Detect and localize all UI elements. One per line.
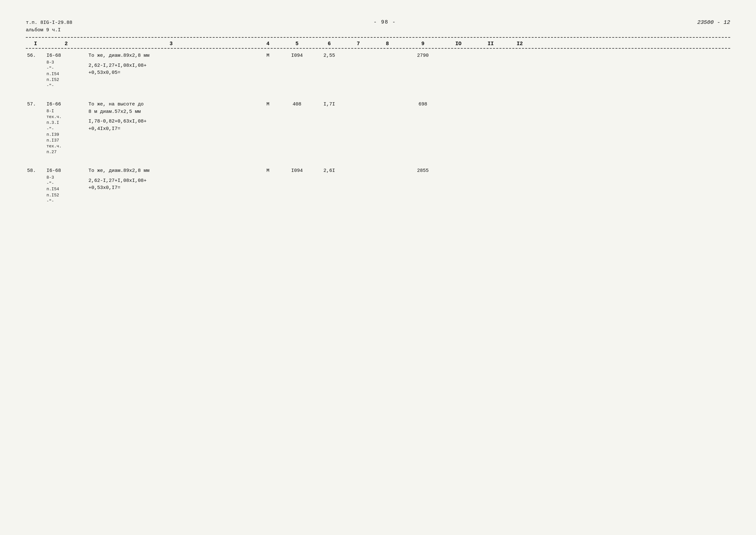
row-56-col5: I094 [281,52,313,60]
row-57-col4: М [255,100,281,109]
row-58-col8 [371,167,404,168]
col-header-8: 8 [371,41,404,47]
row-58-col6: 2,6I [313,167,346,175]
row-57-col6: I,7I [313,100,346,109]
table-row: 58. I6-68 8-3 -"- п.I54 п.I52 -"- То же,… [26,167,730,204]
page-number: - 98 - [374,19,396,25]
row-57-col11 [474,100,507,101]
col-header-7: 7 [346,41,371,47]
row-56-col12 [507,52,532,53]
row-56-col7 [346,52,371,53]
top-left-line2: альбом 9 ч.I [26,27,72,34]
row-56-col4: М [255,52,281,60]
row-56-section: 56. I6-68 8-3 -"- п.I54 п.I52 -"- То же,… [26,52,730,89]
row-56-col6: 2,55 [313,52,346,60]
row-57-section: 57. I6-66 8-I тех.ч. п.3.I -"- п.I39 п.I… [26,100,730,155]
row-57-col8 [371,100,404,101]
row-58-col10 [442,167,474,168]
row-56-col9: 2790 [404,52,442,60]
row-58-col5: I094 [281,167,313,175]
row-57-desc: То же, на высоте до 8 м диам.57х2,5 мм I… [87,100,255,133]
col-header-9: 9 [404,41,442,47]
row-57-col10 [442,100,474,101]
row-56-num: 56. [26,52,45,60]
row-58-code: I6-68 8-3 -"- п.I54 п.I52 -"- [45,167,87,204]
row-56-col10 [442,52,474,53]
col-header-12: I2 [507,41,532,47]
column-headers: I 2 3 4 5 6 7 8 9 IO II I2 [26,41,730,49]
col-header-6: 6 [313,41,346,47]
row-58-num: 58. [26,167,45,175]
row-57-col5: 408 [281,100,313,109]
row-58-col7 [346,167,371,168]
row-56-col11 [474,52,507,53]
col-header-4: 4 [255,41,281,47]
row-58-desc: То же, диам.89х2,8 мм 2,62-I,27+I,08xI,0… [87,167,255,192]
row-57-code: I6-66 8-I тех.ч. п.3.I -"- п.I39 п.I37 т… [45,100,87,155]
row-56-code: I6-68 8-3 -"- п.I54 п.I52 -"- [45,52,87,89]
row-57-col12 [507,100,532,101]
col-header-11: II [474,41,507,47]
row-57-col7 [346,100,371,101]
header-left: т.п. 8IG-I-29.88 альбом 9 ч.I [26,19,72,34]
row-57-col9: 698 [404,100,442,109]
col-header-10: IO [442,41,474,47]
col-header-5: 5 [281,41,313,47]
col-header-2: 2 [45,41,87,47]
row-56-desc: То же, диам.89х2,8 мм 2,62-I,27+I,08xI,0… [87,52,255,77]
doc-number: 23500 - 12 [697,19,730,25]
row-58-col4: М [255,167,281,175]
row-58-section: 58. I6-68 8-3 -"- п.I54 п.I52 -"- То же,… [26,167,730,204]
table-row: 56. I6-68 8-3 -"- п.I54 п.I52 -"- То же,… [26,52,730,89]
col-header-3: 3 [87,41,255,47]
row-56-col8 [371,52,404,53]
col-header-1: I [26,41,45,47]
row-57-num: 57. [26,100,45,109]
top-left-line1: т.п. 8IG-I-29.88 [26,19,72,27]
row-58-col12 [507,167,532,168]
top-separator [26,37,730,38]
row-58-col11 [474,167,507,168]
row-58-col9: 2855 [404,167,442,175]
table-row: 57. I6-66 8-I тех.ч. п.3.I -"- п.I39 п.I… [26,100,730,155]
